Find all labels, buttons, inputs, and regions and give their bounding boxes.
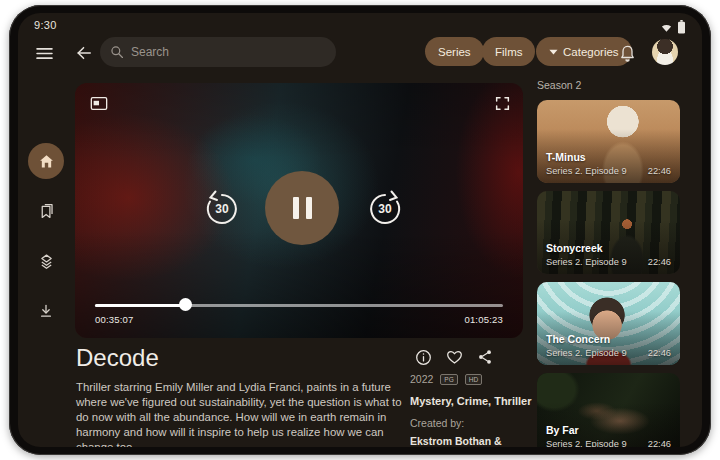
rating-badge: PG [440,374,457,385]
nav-rail [18,143,74,337]
app-screen: 9:30 Series [18,13,702,447]
skip-forward-30-button[interactable]: 30 [363,186,407,230]
bookmarks-icon [38,203,55,220]
chip-categories-label: Categories [563,46,619,58]
wifi-icon [660,21,673,34]
svg-text:30: 30 [215,202,229,216]
rail-item-home[interactable] [28,143,64,179]
episode-card-stonycreek[interactable]: Stonycreek Series 2. Episode 9 22:46 [537,191,680,274]
download-icon [38,303,54,319]
genres-text: Mystery, Crime, Thriller [410,395,550,407]
favorite-button[interactable] [445,348,463,366]
current-time: 00:35:07 [95,314,134,325]
seek-bar[interactable] [95,301,503,309]
search-bar[interactable] [100,37,336,67]
created-by-label: Created by: [410,417,550,429]
creators-text: Ekstrom Bothan & Gabriela Suárez [410,434,550,447]
search-input[interactable] [131,45,301,59]
progress-fill [95,304,185,308]
metadata-column: 2022 PG HD Mystery, Crime, Thriller Crea… [410,373,550,447]
notifications-button[interactable] [616,42,638,64]
skip-back-30-button[interactable]: 30 [200,186,244,230]
episode-subtitle: Series 2. Episode 9 [546,439,627,447]
episode-subtitle: Series 2. Episode 9 [546,257,627,267]
notifications-icon [619,44,636,62]
back-button[interactable] [72,41,96,65]
replay-30-icon: 30 [202,188,242,228]
episode-card-the-concern[interactable]: The Concern Series 2. Episode 9 22:46 [537,282,680,365]
info-button[interactable] [414,348,432,366]
picture-in-picture-button[interactable] [89,94,109,112]
user-avatar[interactable] [652,39,678,65]
share-button[interactable] [476,348,494,366]
total-time: 01:05:23 [464,314,503,325]
arrow-back-icon [76,45,92,61]
play-pause-button[interactable] [265,171,339,245]
forward-30-icon: 30 [365,188,405,228]
episode-duration: 22:46 [648,257,671,267]
seek-thumb[interactable] [179,298,192,311]
quality-badge: HD [465,374,482,385]
episode-title: The Concern [546,333,610,345]
episode-duration: 22:46 [648,166,671,176]
home-icon [38,153,55,170]
rail-item-stacks[interactable] [28,243,64,279]
pause-icon [293,197,312,219]
chip-films-label: Films [495,46,522,58]
episode-duration: 22:46 [648,348,671,358]
fullscreen-icon [495,96,510,111]
search-icon [110,45,124,59]
action-buttons [414,348,494,366]
episode-subtitle: Series 2. Episode 9 [546,348,627,358]
battery-icon [677,20,686,34]
episode-title: Stonycreek [546,242,603,254]
description-text: Thriller starring Emily Miller and Lydia… [76,380,410,447]
menu-button[interactable] [32,41,56,65]
status-time: 9:30 [34,19,57,31]
picture-in-picture-icon [90,96,108,111]
page-title: Decode [76,344,159,372]
episode-title: By Far [546,424,579,436]
hamburger-icon [36,47,53,60]
release-year: 2022 [410,373,433,385]
fullscreen-button[interactable] [493,94,511,112]
rail-item-bookmarks[interactable] [28,193,64,229]
video-player[interactable]: 30 30 [75,83,523,338]
chip-series-label: Series [438,46,471,58]
rail-item-downloads[interactable] [28,293,64,329]
chip-films[interactable]: Films [482,37,535,66]
stacks-icon [38,253,55,270]
episode-subtitle: Series 2. Episode 9 [546,166,627,176]
episode-title: T-Minus [546,151,586,163]
episode-card-by-far[interactable]: By Far Series 2. Episode 9 22:46 [537,373,680,447]
episode-duration: 22:46 [648,439,671,447]
chip-series[interactable]: Series [425,37,484,66]
time-row: 00:35:07 01:05:23 [95,314,503,325]
season-header: Season 2 [537,79,581,91]
episode-card-t-minus[interactable]: T-Minus Series 2. Episode 9 22:46 [537,100,680,183]
svg-text:30: 30 [378,202,392,216]
tablet-mockup: 9:30 Series [0,0,720,460]
chevron-down-icon [549,49,558,55]
status-icons [660,20,686,34]
